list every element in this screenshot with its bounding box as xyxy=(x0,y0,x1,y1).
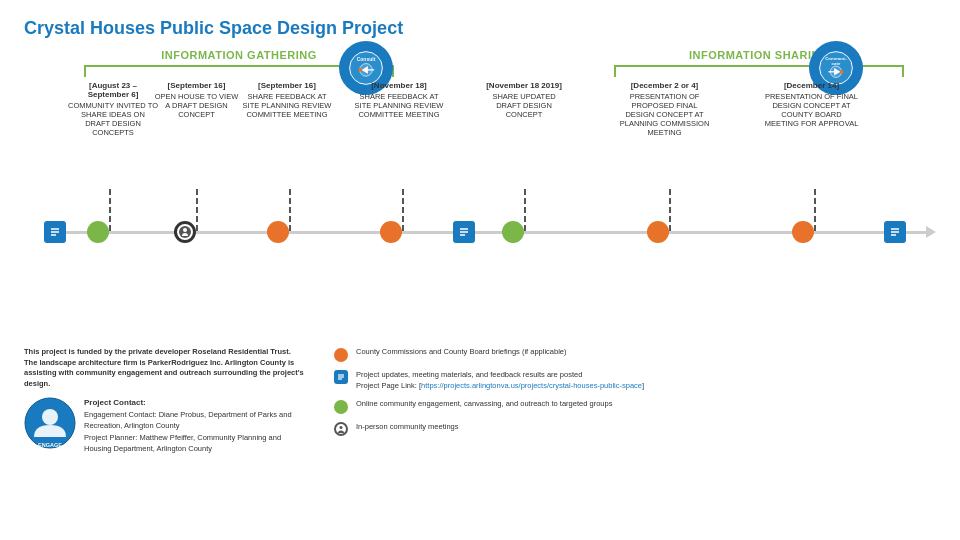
svg-text:cate: cate xyxy=(832,61,841,66)
dot-1 xyxy=(87,221,109,243)
engage-arlington-logo: ENGAGE ARLINGTON xyxy=(24,397,76,449)
event-2-date: [September 16] xyxy=(154,81,239,90)
legend-blue: Project updates, meeting materials, and … xyxy=(334,370,936,391)
contact-text: Project Contact: Engagement Contact: Dia… xyxy=(84,397,304,454)
legend-outline: In-person community meetings xyxy=(334,422,936,436)
timeline-start-icon xyxy=(44,221,66,243)
dot-6 xyxy=(647,221,669,243)
legend-outline-dot xyxy=(334,422,348,436)
event-4-date: [November 18] xyxy=(354,81,444,90)
event-3-date: [September 16] xyxy=(242,81,332,90)
event-3-text: SHARE FEEDBACK AT SITE PLANNING REVIEW C… xyxy=(243,92,332,119)
dashed-2 xyxy=(196,189,198,231)
dot-5 xyxy=(502,221,524,243)
project-planner: Project Planner: Matthew Pfeiffer, Commu… xyxy=(84,433,281,453)
event-1: [August 23 –September 6] COMMUNITY INVIT… xyxy=(68,81,158,137)
svg-point-27 xyxy=(42,409,58,425)
svg-text:ENGAGE: ENGAGE xyxy=(38,442,62,448)
legend-orange: County Commissions and County Board brie… xyxy=(334,347,936,362)
page-title: Crystal Houses Public Space Design Proje… xyxy=(24,18,936,39)
event-4: [November 18] SHARE FEEDBACK AT SITE PLA… xyxy=(354,81,444,119)
timeline-mid-icon xyxy=(453,221,475,243)
dashed-7 xyxy=(814,189,816,231)
svg-point-33 xyxy=(340,426,343,429)
event-6-date: [December 2 or 4] xyxy=(617,81,712,90)
legend-green-text: Online community engagement, canvassing,… xyxy=(356,399,612,410)
event-6-text: PRESENTATION OF PROPOSED FINAL DESIGN CO… xyxy=(620,92,710,137)
event-7: [December 14] PRESENTATION OF FINAL DESI… xyxy=(764,81,859,128)
legend-green: Online community engagement, canvassing,… xyxy=(334,399,936,414)
legend-blue-text: Project updates, meeting materials, and … xyxy=(356,370,644,391)
legend-orange-dot xyxy=(334,348,348,362)
event-2-text: OPEN HOUSE TO VIEW A DRAFT DESIGN CONCEP… xyxy=(155,92,239,119)
dot-7 xyxy=(792,221,814,243)
dot-4 xyxy=(380,221,402,243)
dot-3 xyxy=(267,221,289,243)
timeline-end-icon xyxy=(884,221,906,243)
svg-text:Consult: Consult xyxy=(357,56,376,62)
svg-point-25 xyxy=(183,228,187,232)
page-container: Crystal Houses Public Space Design Proje… xyxy=(0,0,960,540)
dashed-3 xyxy=(289,189,291,231)
dashed-5 xyxy=(524,189,526,231)
event-1-text: COMMUNITY INVITED TO SHARE IDEAS ON DRAF… xyxy=(68,101,158,137)
contact-section: ENGAGE ARLINGTON Project Contact: Engage… xyxy=(24,397,304,454)
left-info: This project is funded by the private de… xyxy=(24,347,304,454)
dashed-1 xyxy=(109,189,111,231)
svg-point-5 xyxy=(358,68,362,72)
contact-title: Project Contact: xyxy=(84,398,146,407)
engagement-contact: Engagement Contact: Diane Probus, Depart… xyxy=(84,410,292,430)
dot-2 xyxy=(174,221,196,243)
legend-green-dot xyxy=(334,400,348,414)
event-3: [September 16] SHARE FEEDBACK AT SITE PL… xyxy=(242,81,332,119)
legend-outline-text: In-person community meetings xyxy=(356,422,459,433)
event-5-date: [November 18 2019] xyxy=(479,81,569,90)
event-1-date: [August 23 –September 6] xyxy=(68,81,158,99)
event-5: [November 18 2019] SHARE UPDATED DRAFT D… xyxy=(479,81,569,119)
event-6: [December 2 or 4] PRESENTATION OF PROPOS… xyxy=(617,81,712,137)
bottom-section: This project is funded by the private de… xyxy=(24,347,936,454)
right-legend: County Commissions and County Board brie… xyxy=(324,347,936,454)
event-7-text: PRESENTATION OF FINAL DESIGN CONCEPT AT … xyxy=(765,92,859,128)
event-5-text: SHARE UPDATED DRAFT DESIGN CONCEPT xyxy=(492,92,555,119)
event-7-date: [December 14] xyxy=(764,81,859,90)
legend-orange-text: County Commissions and County Board brie… xyxy=(356,347,567,358)
funding-text: This project is funded by the private de… xyxy=(24,347,304,389)
event-2: [September 16] OPEN HOUSE TO VIEW A DRAF… xyxy=(154,81,239,119)
legend-blue-sq xyxy=(334,370,348,384)
timeline-area: INFORMATION GATHERING Consult INFORMATIO… xyxy=(24,49,936,339)
svg-point-12 xyxy=(840,70,844,74)
dashed-6 xyxy=(669,189,671,231)
svg-text:Communi-: Communi- xyxy=(825,56,847,61)
timeline-arrow xyxy=(926,226,936,238)
dashed-4 xyxy=(402,189,404,231)
event-4-text: SHARE FEEDBACK AT SITE PLANNING REVIEW C… xyxy=(355,92,444,119)
